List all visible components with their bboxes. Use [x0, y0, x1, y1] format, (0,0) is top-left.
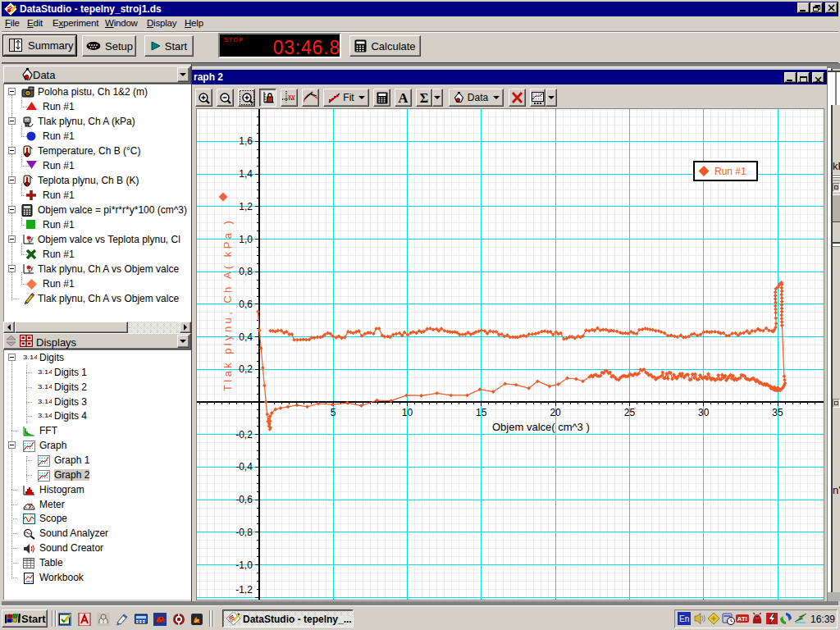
svg-text:30: 30	[698, 407, 710, 418]
svg-text:3.14: 3.14	[38, 412, 52, 419]
svg-text:10: 10	[402, 407, 413, 418]
svg-text:5: 5	[331, 407, 336, 418]
svg-text:-0,4: -0,4	[235, 461, 253, 472]
svg-text:3.14: 3.14	[38, 368, 52, 376]
svg-text:3.14: 3.14	[23, 354, 37, 361]
svg-text:En: En	[679, 614, 689, 623]
svg-text:3.14: 3.14	[38, 398, 52, 405]
svg-text:35: 35	[772, 407, 783, 418]
svg-text:ATI: ATI	[737, 615, 747, 623]
svg-text:1,2: 1,2	[239, 201, 253, 212]
svg-text:0,4: 0,4	[239, 331, 253, 343]
svg-text:Run #1: Run #1	[714, 166, 746, 177]
svg-text:0,8: 0,8	[239, 266, 253, 277]
svg-text:Tlak plynu, Ch A( kPa ): Tlak plynu, Ch A( kPa )	[221, 218, 234, 391]
svg-text:3.14: 3.14	[38, 383, 52, 390]
svg-text:y: y	[30, 265, 34, 272]
svg-text:y: y	[30, 235, 34, 242]
svg-text:Objem valce( cm^3 ): Objem valce( cm^3 )	[492, 421, 590, 433]
svg-text:1,0: 1,0	[239, 234, 253, 245]
svg-text:-1,2: -1,2	[235, 584, 253, 596]
svg-text:25: 25	[624, 407, 636, 418]
svg-text:20: 20	[550, 407, 561, 418]
svg-text:1,4: 1,4	[239, 168, 253, 180]
svg-text:1,6: 1,6	[239, 135, 253, 147]
svg-text:0,2: 0,2	[239, 363, 253, 375]
svg-text:-0,6: -0,6	[235, 494, 253, 505]
svg-text:0,6: 0,6	[239, 299, 253, 310]
svg-text:xy: xy	[288, 93, 295, 100]
svg-text:-0,2: -0,2	[235, 429, 253, 441]
svg-text:-0,8: -0,8	[235, 527, 253, 538]
svg-text:15: 15	[476, 407, 487, 418]
svg-text:-1,0: -1,0	[235, 559, 253, 571]
